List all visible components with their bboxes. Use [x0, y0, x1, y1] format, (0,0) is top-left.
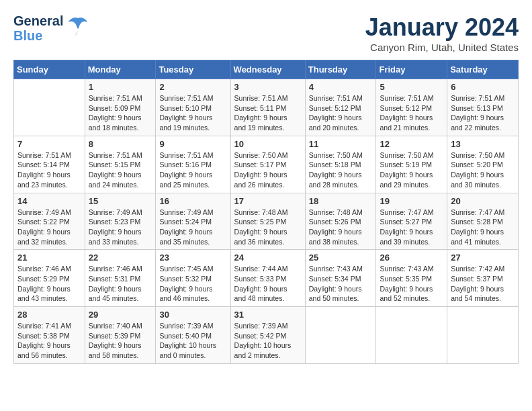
day-info: Sunrise: 7:51 AM Sunset: 5:16 PM Dayligh… [159, 150, 226, 190]
day-info: Sunrise: 7:39 AM Sunset: 5:40 PM Dayligh… [159, 321, 226, 361]
calendar-cell: 1Sunrise: 7:51 AM Sunset: 5:09 PM Daylig… [85, 79, 156, 136]
day-info: Sunrise: 7:50 AM Sunset: 5:17 PM Dayligh… [234, 150, 302, 190]
week-row-4: 21Sunrise: 7:46 AM Sunset: 5:29 PM Dayli… [14, 250, 519, 307]
logo-bird-icon [66, 13, 90, 42]
header-cell-wednesday: Wednesday [230, 60, 305, 79]
day-number: 18 [309, 196, 373, 206]
day-info: Sunrise: 7:51 AM Sunset: 5:10 PM Dayligh… [159, 93, 226, 133]
week-row-5: 28Sunrise: 7:41 AM Sunset: 5:38 PM Dayli… [14, 307, 519, 364]
calendar-cell: 2Sunrise: 7:51 AM Sunset: 5:10 PM Daylig… [156, 79, 230, 136]
calendar-cell: 6Sunrise: 7:51 AM Sunset: 5:13 PM Daylig… [447, 79, 519, 136]
calendar-cell: 18Sunrise: 7:48 AM Sunset: 5:26 PM Dayli… [305, 193, 376, 250]
calendar-cell [447, 307, 519, 364]
calendar-cell [376, 307, 447, 364]
day-info: Sunrise: 7:51 AM Sunset: 5:14 PM Dayligh… [17, 150, 81, 190]
day-info: Sunrise: 7:49 AM Sunset: 5:23 PM Dayligh… [89, 208, 152, 247]
week-row-3: 14Sunrise: 7:49 AM Sunset: 5:22 PM Dayli… [14, 193, 519, 250]
day-number: 26 [380, 253, 443, 263]
day-number: 3 [234, 82, 302, 92]
day-number: 31 [234, 310, 302, 320]
day-info: Sunrise: 7:51 AM Sunset: 5:13 PM Dayligh… [451, 93, 515, 133]
calendar-cell: 15Sunrise: 7:49 AM Sunset: 5:23 PM Dayli… [85, 193, 156, 250]
day-number: 5 [380, 82, 443, 92]
day-info: Sunrise: 7:44 AM Sunset: 5:33 PM Dayligh… [234, 264, 302, 304]
day-number: 1 [89, 82, 152, 92]
day-number: 28 [17, 310, 81, 320]
day-number: 19 [380, 196, 443, 206]
day-info: Sunrise: 7:47 AM Sunset: 5:27 PM Dayligh… [380, 208, 443, 247]
day-number: 10 [234, 139, 302, 149]
calendar-cell: 16Sunrise: 7:49 AM Sunset: 5:24 PM Dayli… [156, 193, 230, 250]
calendar-cell [305, 307, 376, 364]
header-cell-thursday: Thursday [305, 60, 376, 79]
calendar-cell: 14Sunrise: 7:49 AM Sunset: 5:22 PM Dayli… [14, 193, 85, 250]
day-info: Sunrise: 7:51 AM Sunset: 5:12 PM Dayligh… [309, 93, 373, 133]
week-row-1: 1Sunrise: 7:51 AM Sunset: 5:09 PM Daylig… [14, 79, 519, 136]
calendar-cell: 10Sunrise: 7:50 AM Sunset: 5:17 PM Dayli… [230, 136, 305, 193]
day-number: 24 [234, 253, 302, 263]
day-info: Sunrise: 7:39 AM Sunset: 5:42 PM Dayligh… [234, 321, 302, 361]
day-info: Sunrise: 7:51 AM Sunset: 5:15 PM Dayligh… [89, 150, 152, 190]
day-info: Sunrise: 7:48 AM Sunset: 5:26 PM Dayligh… [309, 208, 373, 247]
day-info: Sunrise: 7:51 AM Sunset: 5:11 PM Dayligh… [234, 93, 302, 133]
calendar-cell: 22Sunrise: 7:46 AM Sunset: 5:31 PM Dayli… [85, 250, 156, 307]
day-info: Sunrise: 7:45 AM Sunset: 5:32 PM Dayligh… [159, 264, 226, 304]
day-number: 27 [451, 253, 515, 263]
day-number: 17 [234, 196, 302, 206]
day-number: 7 [17, 139, 81, 149]
logo-text: General Blue [13, 13, 63, 43]
day-number: 23 [159, 253, 226, 263]
calendar-cell: 29Sunrise: 7:40 AM Sunset: 5:39 PM Dayli… [85, 307, 156, 364]
calendar-cell: 20Sunrise: 7:47 AM Sunset: 5:28 PM Dayli… [447, 193, 519, 250]
day-number: 2 [159, 82, 226, 92]
day-number: 6 [451, 82, 515, 92]
calendar-cell: 9Sunrise: 7:51 AM Sunset: 5:16 PM Daylig… [156, 136, 230, 193]
calendar-cell: 26Sunrise: 7:43 AM Sunset: 5:35 PM Dayli… [376, 250, 447, 307]
day-number: 16 [159, 196, 226, 206]
day-number: 9 [159, 139, 226, 149]
header-cell-monday: Monday [85, 60, 156, 79]
header-cell-friday: Friday [376, 60, 447, 79]
day-number: 8 [89, 139, 152, 149]
day-number: 13 [451, 139, 515, 149]
day-number: 11 [309, 139, 373, 149]
day-info: Sunrise: 7:48 AM Sunset: 5:25 PM Dayligh… [234, 208, 302, 247]
calendar-cell: 4Sunrise: 7:51 AM Sunset: 5:12 PM Daylig… [305, 79, 376, 136]
calendar-cell: 27Sunrise: 7:42 AM Sunset: 5:37 PM Dayli… [447, 250, 519, 307]
day-info: Sunrise: 7:50 AM Sunset: 5:20 PM Dayligh… [451, 150, 515, 190]
header-cell-tuesday: Tuesday [156, 60, 230, 79]
calendar-cell: 8Sunrise: 7:51 AM Sunset: 5:15 PM Daylig… [85, 136, 156, 193]
week-row-2: 7Sunrise: 7:51 AM Sunset: 5:14 PM Daylig… [14, 136, 519, 193]
day-info: Sunrise: 7:50 AM Sunset: 5:18 PM Dayligh… [309, 150, 373, 190]
day-number: 25 [309, 253, 373, 263]
day-info: Sunrise: 7:40 AM Sunset: 5:39 PM Dayligh… [89, 321, 152, 361]
calendar-table: SundayMondayTuesdayWednesdayThursdayFrid… [13, 60, 519, 364]
day-info: Sunrise: 7:50 AM Sunset: 5:19 PM Dayligh… [380, 150, 443, 190]
day-info: Sunrise: 7:41 AM Sunset: 5:38 PM Dayligh… [17, 321, 81, 361]
day-number: 22 [89, 253, 152, 263]
calendar-cell: 19Sunrise: 7:47 AM Sunset: 5:27 PM Dayli… [376, 193, 447, 250]
calendar-cell: 31Sunrise: 7:39 AM Sunset: 5:42 PM Dayli… [230, 307, 305, 364]
day-info: Sunrise: 7:43 AM Sunset: 5:34 PM Dayligh… [309, 264, 373, 304]
calendar-cell: 24Sunrise: 7:44 AM Sunset: 5:33 PM Dayli… [230, 250, 305, 307]
calendar-cell: 25Sunrise: 7:43 AM Sunset: 5:34 PM Dayli… [305, 250, 376, 307]
day-info: Sunrise: 7:42 AM Sunset: 5:37 PM Dayligh… [451, 264, 515, 304]
calendar-cell: 3Sunrise: 7:51 AM Sunset: 5:11 PM Daylig… [230, 79, 305, 136]
day-info: Sunrise: 7:46 AM Sunset: 5:31 PM Dayligh… [89, 264, 152, 304]
day-number: 29 [89, 310, 152, 320]
calendar-cell: 28Sunrise: 7:41 AM Sunset: 5:38 PM Dayli… [14, 307, 85, 364]
day-info: Sunrise: 7:49 AM Sunset: 5:24 PM Dayligh… [159, 208, 226, 247]
calendar-title: January 2024 [365, 13, 519, 42]
header-cell-sunday: Sunday [14, 60, 85, 79]
page-header: General Blue January 2024 Canyon Rim, Ut… [13, 13, 519, 53]
title-block: January 2024 Canyon Rim, Utah, United St… [365, 13, 519, 53]
day-info: Sunrise: 7:47 AM Sunset: 5:28 PM Dayligh… [451, 208, 515, 247]
header-cell-saturday: Saturday [447, 60, 519, 79]
day-number: 15 [89, 196, 152, 206]
day-info: Sunrise: 7:51 AM Sunset: 5:12 PM Dayligh… [380, 93, 443, 133]
day-number: 12 [380, 139, 443, 149]
day-number: 21 [17, 253, 81, 263]
calendar-cell: 12Sunrise: 7:50 AM Sunset: 5:19 PM Dayli… [376, 136, 447, 193]
calendar-cell: 13Sunrise: 7:50 AM Sunset: 5:20 PM Dayli… [447, 136, 519, 193]
calendar-cell: 7Sunrise: 7:51 AM Sunset: 5:14 PM Daylig… [14, 136, 85, 193]
